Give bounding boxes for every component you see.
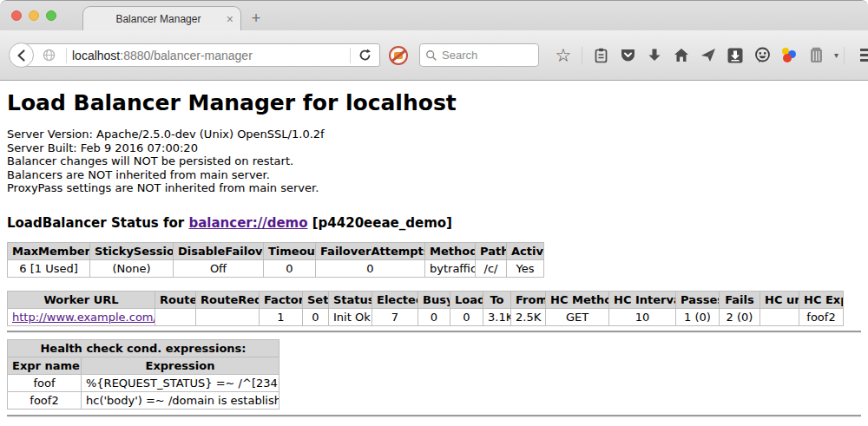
toolbar-right-group <box>838 47 868 64</box>
flash-blocked-icon[interactable] <box>389 46 408 65</box>
search-icon <box>425 49 437 62</box>
loadbalancer-status-heading: LoadBalancer Status for balancer://demo … <box>7 215 861 231</box>
table-row: 6 [1 Used] (None) Off 0 0 bytraffic /c/ … <box>8 259 544 277</box>
balancer-inherit-note: Balancers are NOT inherited from main se… <box>7 168 861 182</box>
smiley-extension-icon[interactable] <box>753 47 771 64</box>
page-title: Load Balancer Manager for localhost <box>7 90 861 115</box>
tab-close-icon[interactable]: × <box>227 13 233 25</box>
worker-row: http://www.example.com/ 1 0 Init Ok 7 0 … <box>8 308 844 325</box>
health-table-title: Health check cond. expressions: <box>8 339 279 357</box>
toolbar-icons: ☆ <box>555 47 838 64</box>
table-header-row: Worker URL Route RouteRedir Factor Set S… <box>8 291 844 308</box>
table-row: foof %{REQUEST_STATUS} =~ /^[234]/ <box>8 374 279 391</box>
tab-balancer-manager[interactable]: Balancer Manager × <box>82 6 241 30</box>
table-header-row: Expr name Expression <box>8 357 279 374</box>
balancer-demo-link[interactable]: balancer://demo <box>188 215 307 231</box>
close-window-button[interactable] <box>11 10 22 21</box>
home-icon[interactable] <box>673 47 690 64</box>
toolbar-divider <box>582 47 582 64</box>
server-version-line: Server Version: Apache/2.5.0-dev (Unix) … <box>7 128 861 141</box>
table-header-row: MaxMembers StickySession DisableFailover… <box>8 242 544 259</box>
back-button[interactable] <box>9 43 34 68</box>
navigation-toolbar: localhost:8880/balancer-manager ☆ <box>0 30 868 81</box>
page-bottom-divider <box>7 415 861 417</box>
url-text: localhost:8880/balancer-manager <box>72 49 345 62</box>
new-tab-button[interactable]: + <box>241 6 271 30</box>
window-controls <box>11 10 56 21</box>
section-divider <box>7 331 861 333</box>
server-info: Server Version: Apache/2.5.0-dev (Unix) … <box>7 128 861 195</box>
worker-url-link[interactable]: http://www.example.com/ <box>12 311 155 324</box>
tab-title: Balancer Manager <box>90 13 227 25</box>
zoom-window-button[interactable] <box>46 10 56 21</box>
minimize-window-button[interactable] <box>29 10 39 21</box>
back-arrow-icon <box>15 49 29 62</box>
server-built-line: Server Built: Feb 9 2016 07:00:20 <box>7 141 861 155</box>
table-row: foof2 hc('body') =~ /domain is establish… <box>8 391 279 409</box>
search-input[interactable] <box>442 49 529 62</box>
browser-window: Balancer Manager × + localhost:8880/bala… <box>0 0 868 426</box>
pocket-icon[interactable] <box>619 47 636 64</box>
search-box[interactable] <box>419 43 539 67</box>
page-content: Load Balancer Manager for localhost Serv… <box>0 81 868 426</box>
urlbar-divider <box>66 48 67 63</box>
url-bar[interactable]: localhost:8880/balancer-manager <box>21 43 380 67</box>
url-path: :8880/balancer-manager <box>120 49 253 62</box>
table-title-row: Health check cond. expressions: <box>8 339 279 357</box>
download-extension-icon[interactable] <box>727 47 744 64</box>
bookmark-star-icon[interactable]: ☆ <box>555 47 572 64</box>
proxypass-inherit-note: ProxyPass settings are NOT inherited fro… <box>7 181 861 195</box>
clipboard-icon[interactable] <box>592 47 609 64</box>
globe-icon <box>43 49 56 62</box>
urlbar-divider <box>350 48 351 63</box>
worker-status-table: Worker URL Route RouteRedir Factor Set S… <box>7 291 844 326</box>
send-plane-icon[interactable] <box>700 47 717 64</box>
health-check-table: Health check cond. expressions: Expr nam… <box>7 339 279 410</box>
downloads-arrow-icon[interactable] <box>646 47 663 64</box>
menu-hamburger-icon[interactable] <box>860 49 868 62</box>
tab-bar: Balancer Manager × + <box>0 1 868 30</box>
url-host: localhost <box>72 49 120 62</box>
reload-icon[interactable] <box>358 48 372 62</box>
container-extension-icon[interactable] <box>807 47 825 64</box>
balancer-settings-table: MaxMembers StickySession DisableFailover… <box>7 242 544 278</box>
downloadhelper-dots-icon[interactable] <box>780 47 798 64</box>
toolbar-divider <box>844 47 845 64</box>
balancer-persist-note: Balancer changes will NOT be persisted o… <box>7 154 861 168</box>
